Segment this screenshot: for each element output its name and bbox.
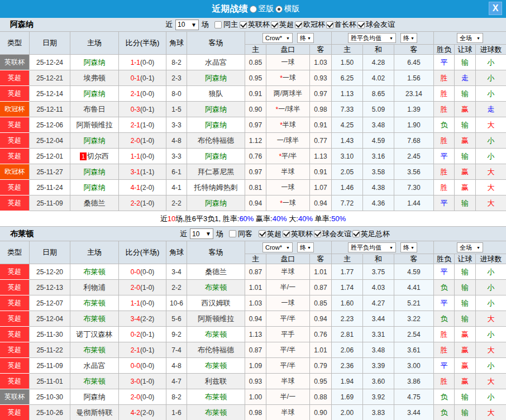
handicap-value: 一球 [283, 198, 296, 208]
titlebar: 近期战绩 竖版 横版 X [0, 0, 506, 18]
col-header-handicap_result: 让球 [455, 254, 476, 264]
avg-select[interactable]: 胜平负均值▼ [348, 242, 396, 252]
handicap: *半球 [266, 117, 310, 133]
league-checkbox-label-2[interactable]: 球会友谊 [322, 229, 351, 239]
result-wdl: 负 [434, 117, 455, 133]
corners: 3-4 [166, 264, 187, 280]
radio-vertical[interactable] [250, 6, 257, 13]
result-wdl: 胜 [434, 342, 455, 358]
match-date: 25-11-30 [30, 327, 70, 342]
league-badge: 英超 [0, 358, 30, 374]
scope-select[interactable]: 全场▼ [457, 242, 483, 252]
odds-source-select[interactable]: Crow*▼ [262, 242, 293, 252]
odds-home: 0.95 [245, 70, 266, 86]
away-team-name: 西汉姆联 [202, 298, 231, 308]
league-checkbox-0[interactable] [259, 230, 266, 237]
result-handicap: 输 [455, 264, 476, 280]
league-checkbox-3[interactable] [326, 21, 333, 28]
league-checkbox-label-0[interactable]: 英超 [267, 229, 281, 239]
match-score: 4-1(2-0) [119, 180, 166, 195]
radio-horizontal-label[interactable]: 横版 [284, 4, 300, 14]
avg-home: 4.25 [332, 117, 363, 133]
full-score: 1-1 [131, 59, 140, 66]
league-checkbox-label-1[interactable]: 英联杯 [291, 229, 313, 239]
half-score: (0-0) [140, 90, 154, 98]
close-icon[interactable]: X [489, 2, 502, 15]
match-count-value: 10 [178, 21, 185, 28]
avg-draw: 4.27 [363, 295, 394, 311]
league-checkbox-1[interactable] [271, 21, 278, 28]
match-count-select[interactable]: 10▼ [175, 20, 199, 30]
result-handicap: 输 [455, 149, 476, 164]
col-header-type: 类型 [0, 32, 30, 55]
home-team-name: 阿森纳 [84, 167, 106, 177]
half-score: (0-0) [140, 362, 154, 370]
radio-vertical-label[interactable]: 竖版 [259, 4, 274, 14]
col-header-avg_draw: 和 [363, 254, 394, 264]
handicap-value: 平/半 [280, 361, 295, 370]
league-checkbox-4[interactable] [357, 21, 365, 28]
result-wdl: 平 [434, 149, 455, 164]
half-score: (1-0) [140, 378, 154, 385]
result-handicap: 输 [455, 86, 476, 102]
result-goals: 小 [476, 264, 506, 280]
odds-final-select[interactable]: 终▼ [297, 242, 314, 252]
avg-select[interactable]: 胜平负均值▼ [348, 33, 396, 43]
col-header-home: 主场 [70, 32, 119, 55]
avg-final-select[interactable]: 终▼ [400, 242, 417, 252]
handicap-value: 半/一 [280, 283, 295, 292]
league-badge: 英超 [0, 117, 30, 133]
odds-source-select[interactable]: Crow*▼ [262, 33, 293, 43]
league-checkbox-label-2[interactable]: 欧冠杯 [303, 20, 325, 30]
same-venue-checkbox[interactable] [214, 21, 222, 28]
same-venue-checkbox[interactable] [229, 230, 236, 237]
result-handicap: 输 [455, 389, 476, 405]
away-team: 桑德兰 [187, 264, 245, 280]
avg-away: 3.86 [394, 374, 434, 389]
handicap-value: 半球 [281, 267, 295, 276]
league-checkbox-label-1[interactable]: 英超 [279, 20, 294, 30]
match-score: 0-1(0-1) [119, 70, 166, 86]
full-score: 0-3 [131, 106, 140, 113]
radio-horizontal[interactable] [275, 6, 283, 13]
league-checkbox-3[interactable] [352, 230, 360, 237]
avg-draw: 3.16 [363, 149, 394, 164]
league-checkbox-label-4[interactable]: 球会友谊 [366, 20, 395, 30]
match-date: 25-12-21 [30, 70, 70, 86]
match-date: 25-12-20 [30, 264, 70, 280]
match-count-select[interactable]: 10▼ [190, 228, 213, 239]
result-goals: 小 [476, 389, 506, 405]
col-header-score: 比分(半场) [119, 241, 166, 264]
league-checkbox-2[interactable] [295, 21, 302, 28]
avg-home: 1.46 [332, 180, 363, 195]
home-team-name: 阿森纳 [84, 392, 106, 402]
same-venue-label[interactable]: 同客 [238, 229, 252, 239]
same-venue-label[interactable]: 同主 [223, 20, 238, 30]
odds-home: 1.09 [245, 358, 266, 374]
avg-final-select[interactable]: 终▼ [400, 33, 417, 43]
league-checkbox-label-3[interactable]: 首长杯 [335, 20, 356, 30]
home-team: 布莱顿 [70, 295, 119, 311]
league-checkbox-label-0[interactable]: 英联杯 [248, 20, 270, 30]
result-wdl: 胜 [434, 164, 455, 180]
away-team-name: 利兹联 [205, 376, 227, 386]
corners: 8-2 [166, 55, 187, 70]
home-team: 利物浦 [70, 280, 119, 295]
dropdown-arrow-icon: ▼ [307, 36, 311, 40]
league-checkbox-0[interactable] [240, 21, 247, 28]
home-team: 阿森纳 [70, 164, 119, 180]
league-checkbox-label-3[interactable]: 英足总杯 [361, 229, 390, 239]
odds-away: 0.91 [310, 164, 332, 180]
avg-final-select-value: 终 [403, 244, 409, 252]
home-team-name: 阿森纳 [84, 89, 106, 99]
league-checkbox-1[interactable] [283, 230, 290, 237]
odds-home: 1.01 [245, 280, 266, 295]
result-goals: 小 [476, 149, 506, 164]
league-checkbox-2[interactable] [314, 230, 321, 237]
summary-segment-9: 50% [331, 214, 346, 223]
result-handicap: 赢 [455, 133, 476, 149]
odds-final-select[interactable]: 终▼ [297, 33, 314, 43]
scope-select[interactable]: 全场▼ [457, 33, 483, 43]
avg-away: 1.39 [394, 102, 434, 117]
match-date: 25-12-04 [30, 311, 70, 327]
